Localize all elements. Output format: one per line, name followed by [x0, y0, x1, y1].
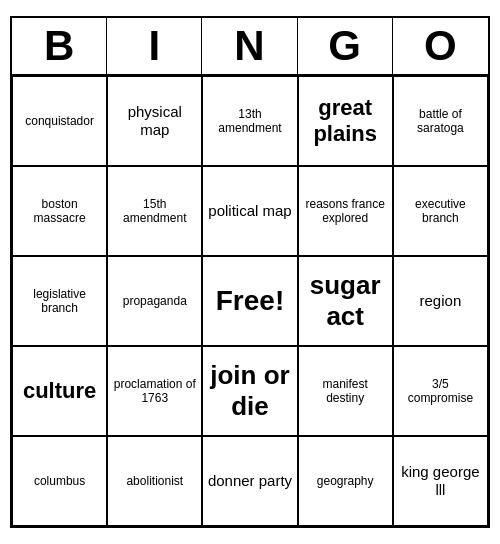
bingo-cell: boston massacre [12, 166, 107, 256]
bingo-cell: columbus [12, 436, 107, 526]
cell-text: king george lll [398, 463, 483, 499]
bingo-grid: conquistadorphysical map13th amendmentgr… [12, 76, 488, 526]
cell-text: 13th amendment [207, 107, 292, 136]
cell-text: reasons france explored [303, 197, 388, 226]
cell-text: battle of saratoga [398, 107, 483, 136]
bingo-cell: abolitionist [107, 436, 202, 526]
cell-text: boston massacre [17, 197, 102, 226]
bingo-cell: sugar act [298, 256, 393, 346]
cell-text: donner party [208, 472, 292, 490]
bingo-cell: conquistador [12, 76, 107, 166]
cell-text: legislative branch [17, 287, 102, 316]
bingo-cell: great plains [298, 76, 393, 166]
bingo-cell: donner party [202, 436, 297, 526]
cell-text: region [420, 292, 462, 310]
bingo-cell: Free! [202, 256, 297, 346]
bingo-cell: legislative branch [12, 256, 107, 346]
cell-text: manifest destiny [303, 377, 388, 406]
cell-text: join or die [207, 360, 292, 422]
bingo-cell: propaganda [107, 256, 202, 346]
bingo-cell: 15th amendment [107, 166, 202, 256]
header-letter: G [298, 18, 393, 74]
bingo-cell: culture [12, 346, 107, 436]
bingo-cell: geography [298, 436, 393, 526]
header-letter: O [393, 18, 488, 74]
cell-text: Free! [216, 284, 284, 318]
cell-text: conquistador [25, 114, 94, 128]
cell-text: great plains [303, 95, 388, 148]
cell-text: culture [23, 378, 96, 404]
bingo-cell: reasons france explored [298, 166, 393, 256]
bingo-cell: battle of saratoga [393, 76, 488, 166]
bingo-cell: executive branch [393, 166, 488, 256]
cell-text: columbus [34, 474, 85, 488]
bingo-cell: political map [202, 166, 297, 256]
cell-text: political map [208, 202, 291, 220]
header-letter: B [12, 18, 107, 74]
bingo-cell: proclamation of 1763 [107, 346, 202, 436]
cell-text: abolitionist [126, 474, 183, 488]
cell-text: proclamation of 1763 [112, 377, 197, 406]
header-letter: N [202, 18, 297, 74]
bingo-cell: 3/5 compromise [393, 346, 488, 436]
cell-text: 15th amendment [112, 197, 197, 226]
header-letter: I [107, 18, 202, 74]
cell-text: sugar act [303, 270, 388, 332]
bingo-header: BINGO [12, 18, 488, 76]
cell-text: 3/5 compromise [398, 377, 483, 406]
bingo-cell: 13th amendment [202, 76, 297, 166]
bingo-card: BINGO conquistadorphysical map13th amend… [10, 16, 490, 528]
cell-text: propaganda [123, 294, 187, 308]
bingo-cell: region [393, 256, 488, 346]
cell-text: physical map [112, 103, 197, 139]
cell-text: executive branch [398, 197, 483, 226]
bingo-cell: manifest destiny [298, 346, 393, 436]
bingo-cell: king george lll [393, 436, 488, 526]
cell-text: geography [317, 474, 374, 488]
bingo-cell: join or die [202, 346, 297, 436]
bingo-cell: physical map [107, 76, 202, 166]
